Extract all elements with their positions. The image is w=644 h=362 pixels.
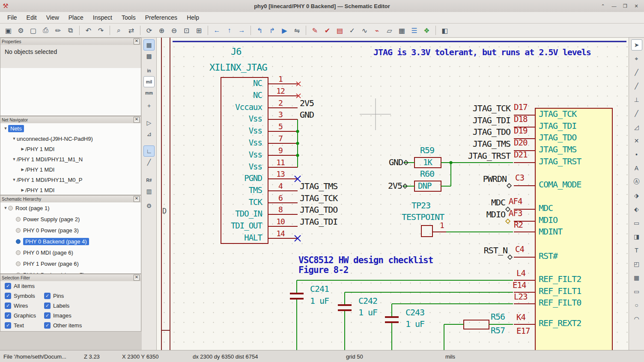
line-tool-icon[interactable]: ╱ xyxy=(631,108,642,119)
menu-edit[interactable]: Edit xyxy=(22,12,42,23)
hierarchy-item[interactable]: Power Supply (page 2) xyxy=(0,214,141,225)
net-navigator-toggle-icon[interactable]: ▥ xyxy=(143,186,155,197)
schematic-text[interactable]: JTAG_TDI xyxy=(300,217,337,226)
annotate-icon[interactable]: ✎ xyxy=(309,25,321,36)
schematic-text[interactable]: MDC xyxy=(491,198,505,207)
schematic-text[interactable]: JTAG is 3.3V tolerant, but runs at 2.5V … xyxy=(373,48,591,56)
hierarchy-item[interactable]: PHY 0 Power (page 3) xyxy=(0,225,141,236)
schematic-text[interactable]: 1 uF xyxy=(405,320,424,328)
schematic-text[interactable]: REF_FILT0 xyxy=(539,298,581,307)
schematic-text[interactable]: RST# xyxy=(539,252,558,260)
bus-entry-tool-icon[interactable]: ◿ xyxy=(631,122,642,133)
net-navigator-header[interactable]: Net Navigator ✕ xyxy=(0,116,141,124)
schematic-text[interactable]: MDC xyxy=(539,204,553,212)
chevron-right-icon[interactable]: ▶ xyxy=(20,188,25,192)
hierarchy-item[interactable]: ▼Root (page 1) xyxy=(0,202,141,214)
refresh-icon[interactable]: ⟳ xyxy=(143,25,155,36)
text-tool-icon[interactable]: T xyxy=(631,245,642,256)
checkbox-icon[interactable]: ✓ xyxy=(5,293,11,299)
schematic-text[interactable]: JTAG_TDI xyxy=(473,116,510,125)
schematic-text[interactable]: PWRDN xyxy=(483,175,507,183)
net-navigator-item[interactable]: ▼/PHY 1 MDI/PHY11_M0_P xyxy=(0,175,141,185)
units-inches-icon[interactable]: in xyxy=(143,65,155,76)
menu-view[interactable]: View xyxy=(42,12,64,23)
menu-place[interactable]: Place xyxy=(64,12,88,23)
checkbox-icon[interactable]: ✓ xyxy=(5,312,11,319)
schematic-text[interactable]: R59 xyxy=(420,146,434,154)
global-label-tool-icon[interactable]: ⬗ xyxy=(631,190,642,201)
hierarchy-item[interactable]: PHY 0 MDI (page 6) xyxy=(0,247,141,258)
select-tool-icon[interactable]: ➤ xyxy=(631,39,642,50)
net-class-directive-tool-icon[interactable]: Ⓐ xyxy=(631,176,642,187)
schematic-text[interactable]: JTAG_TMS xyxy=(300,182,337,190)
properties-panel-header[interactable]: Properties ✕ xyxy=(0,38,141,45)
schematic-text[interactable]: 11 xyxy=(276,159,285,166)
schematic-text[interactable]: E17 xyxy=(516,327,530,335)
highlight-net-tool-icon[interactable]: ⌖ xyxy=(631,53,642,64)
menu-help[interactable]: Help xyxy=(182,12,204,23)
zoom-fit-icon[interactable]: ⊡ xyxy=(181,25,192,36)
hierarchy-item[interactable]: PHY 1 Backend (page 7) xyxy=(0,269,141,273)
schematic-text[interactable]: 10 xyxy=(276,218,285,226)
schematic-text[interactable]: J6 xyxy=(231,47,242,56)
nav-back-icon[interactable]: ← xyxy=(211,25,223,36)
net-navigator-item[interactable]: ▼Nets xyxy=(0,123,141,134)
schematic-text[interactable]: JTAG_TDO xyxy=(539,133,576,142)
redo-icon[interactable]: ↷ xyxy=(95,25,107,36)
maximize-button[interactable]: ❒ xyxy=(621,2,629,10)
schematic-hierarchy-header[interactable]: Schematic Hierarchy ✕ xyxy=(0,196,141,203)
checkbox-icon[interactable]: ✓ xyxy=(5,303,11,309)
schematic-text[interactable]: AF3 xyxy=(509,209,522,217)
filter-checkbox-all-items[interactable]: ✓All items xyxy=(5,283,44,289)
schematic-text[interactable]: 12 xyxy=(276,87,285,95)
enter-sheet-icon[interactable]: ↱ xyxy=(266,25,278,36)
symbol-checker-icon[interactable]: ✓ xyxy=(346,25,358,36)
schematic-text[interactable]: PGND xyxy=(244,174,262,182)
arc-tool-icon[interactable]: ◠ xyxy=(631,313,642,324)
hierarchy-pointer-icon[interactable]: ▷ xyxy=(143,117,155,128)
units-mils-icon[interactable]: mil xyxy=(143,76,155,87)
wire-mode-45-icon[interactable]: ╱ xyxy=(143,157,155,168)
schematic-text[interactable]: 1 xyxy=(278,75,283,83)
bom-icon[interactable]: ☰ xyxy=(408,25,420,36)
hierarchy-item[interactable]: PHY 0 Backend (page 4) xyxy=(0,236,141,247)
schematic-text[interactable]: R57 xyxy=(491,326,505,335)
table-editor-icon[interactable]: ▦ xyxy=(396,25,408,36)
filter-checkbox-labels[interactable]: ✓Labels xyxy=(44,303,83,309)
net-navigator-item[interactable]: ▼unconnected-(J9H-NC-PadH9) xyxy=(0,134,141,144)
units-mm-icon[interactable]: mm xyxy=(143,87,155,98)
close-button[interactable]: ✕ xyxy=(632,2,641,10)
schematic-text[interactable]: JTAG_TDO xyxy=(473,128,510,136)
table-tool-icon[interactable]: ▦ xyxy=(631,272,642,283)
filter-checkbox-pins[interactable]: ✓Pins xyxy=(44,293,83,299)
schematic-text[interactable]: TDO_IN xyxy=(235,210,262,218)
schematic-text[interactable]: D18 xyxy=(514,115,527,123)
schematic-text[interactable]: 13 xyxy=(276,170,285,178)
annotate-refs-icon[interactable]: R# xyxy=(143,175,155,186)
schematic-text[interactable]: Vss xyxy=(249,115,262,123)
filter-checkbox-wires[interactable]: ✓Wires xyxy=(5,303,44,309)
properties-panel-toggle-icon[interactable]: ⚙ xyxy=(143,200,155,211)
schematic-text[interactable]: 1 uF xyxy=(310,297,329,305)
schematic-text[interactable]: AF4 xyxy=(509,197,522,205)
schematic-text[interactable]: HALT xyxy=(244,234,262,242)
schematic-text[interactable]: JTAG_TRST xyxy=(468,151,510,160)
schematic-text[interactable]: JTAG_TMS xyxy=(473,139,510,148)
schematic-text[interactable]: NC xyxy=(253,91,262,99)
schematic-text[interactable]: 9 xyxy=(278,147,283,154)
hier-sheet-tool-icon[interactable]: ▭ xyxy=(631,217,642,228)
simulator-icon[interactable]: ∿ xyxy=(359,25,370,36)
schematic-text[interactable]: REF_FILT1 xyxy=(539,287,581,295)
circle-tool-icon[interactable]: ○ xyxy=(631,300,642,311)
hier-label-tool-icon[interactable]: ⬖ xyxy=(631,204,642,215)
wire-mode-90-icon[interactable]: ∟ xyxy=(143,145,155,157)
schematic-text[interactable]: TESTPOINT xyxy=(402,213,444,221)
schematic-text[interactable]: TP23 xyxy=(411,201,430,210)
schematic-text[interactable]: 1 xyxy=(440,222,444,229)
schematic-text[interactable]: Vccaux xyxy=(235,103,262,111)
schematic-text[interactable]: 2 xyxy=(278,99,283,107)
schematic-text[interactable]: 8 xyxy=(278,206,283,214)
new-sheet-icon[interactable]: ▢ xyxy=(27,25,39,36)
selection-filter-header[interactable]: Selection Filter ✕ xyxy=(0,274,141,282)
net-graph-icon[interactable]: ⊿ xyxy=(143,128,155,139)
